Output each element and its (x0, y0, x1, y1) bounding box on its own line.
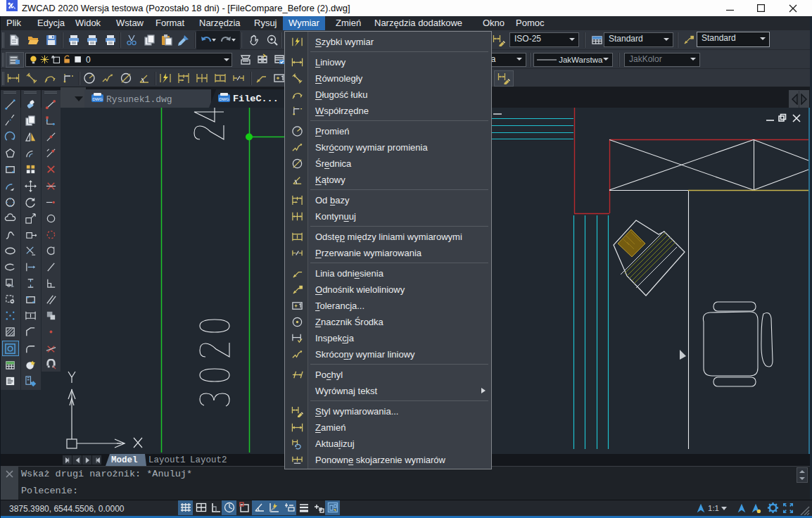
svg-text:DWG: DWG (92, 97, 103, 101)
svg-text:DWG: DWG (219, 97, 229, 101)
